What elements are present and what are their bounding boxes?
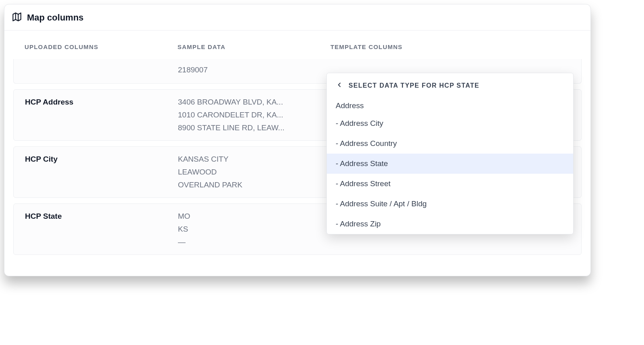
dropdown-item-address-zip[interactable]: - Address Zip — [327, 214, 573, 234]
sample-values: 3406 BROADWAY BLVD, KA... 1010 CARONDELE… — [178, 98, 331, 132]
sample-values: 2189007 — [178, 66, 331, 74]
sample-value: 1010 CARONDELET DR, KA... — [178, 111, 331, 119]
sample-value: MO — [178, 212, 331, 221]
column-headers: UPLOADED COLUMNS SAMPLE DATA TEMPLATE CO… — [4, 31, 590, 59]
uploaded-column-name: HCP City — [25, 155, 178, 164]
sample-values: KANSAS CITY LEAWOOD OVERLAND PARK — [178, 155, 331, 189]
data-type-dropdown[interactable]: SELECT DATA TYPE FOR HCP STATE Address -… — [326, 73, 574, 234]
dropdown-title: SELECT DATA TYPE FOR HCP STATE — [349, 82, 479, 89]
sample-value: KS — [178, 225, 331, 234]
sample-value: 2189007 — [178, 66, 331, 74]
dropdown-item-address-city[interactable]: - Address City — [327, 113, 573, 133]
svg-marker-0 — [13, 13, 21, 21]
card-title: Map columns — [27, 12, 84, 23]
sample-value: KANSAS CITY — [178, 155, 331, 164]
sample-values: MO KS — — [178, 212, 331, 246]
sample-data-header: SAMPLE DATA — [178, 43, 330, 50]
sample-value: OVERLAND PARK — [178, 181, 331, 189]
sample-value: 3406 BROADWAY BLVD, KA... — [178, 98, 331, 107]
dropdown-item-address-state[interactable]: - Address State — [327, 154, 573, 174]
map-icon — [12, 12, 22, 24]
map-columns-card: Map columns UPLOADED COLUMNS SAMPLE DATA… — [4, 4, 591, 276]
uploaded-column-name: HCP State — [25, 212, 178, 221]
chevron-left-icon[interactable] — [336, 81, 343, 90]
card-header: Map columns — [4, 4, 590, 31]
dropdown-item-address-suite[interactable]: - Address Suite / Apt / Bldg — [327, 194, 573, 214]
dropdown-item-address-country[interactable]: - Address Country — [327, 133, 573, 154]
template-columns-header: TEMPLATE COLUMNS — [330, 43, 570, 50]
dropdown-group-label: Address — [327, 98, 573, 113]
uploaded-columns-header: UPLOADED COLUMNS — [25, 43, 178, 50]
uploaded-column-name: HCP Address — [25, 98, 178, 107]
dropdown-item-address-street[interactable]: - Address Street — [327, 174, 573, 194]
sample-value: 8900 STATE LINE RD, LEAW... — [178, 123, 331, 132]
sample-value: LEAWOOD — [178, 168, 331, 177]
dropdown-header: SELECT DATA TYPE FOR HCP STATE — [327, 73, 573, 98]
sample-value: — — [178, 238, 331, 246]
